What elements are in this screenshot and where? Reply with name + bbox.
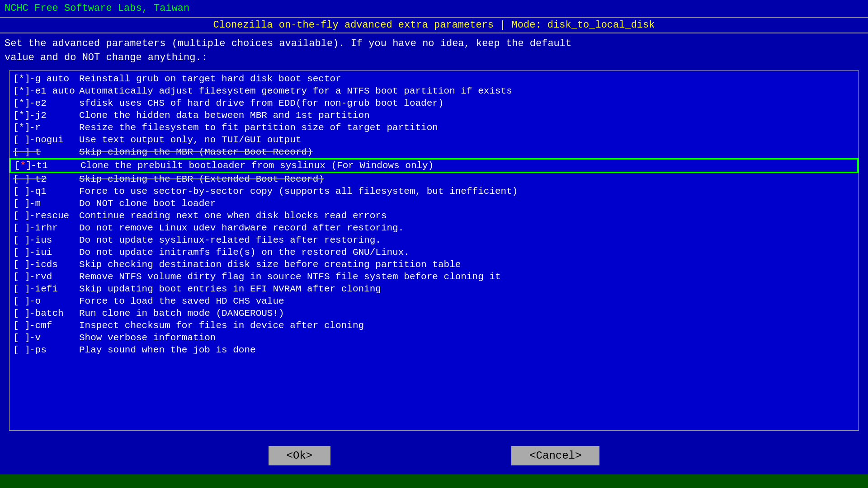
option-flag: -rvd	[29, 272, 79, 282]
option-desc: Continue reading next one when disk bloc…	[79, 211, 855, 221]
option-flag: -icds	[29, 259, 79, 270]
checkbox: [*]	[13, 122, 28, 133]
checkbox: [ ]	[13, 186, 28, 197]
option-desc: Skip checking destination disk size befo…	[79, 259, 855, 270]
option-desc: Clone the prebuilt bootloader from sysli…	[80, 160, 854, 171]
list-item[interactable]: [ ]-tSkip cloning the MBR (Master Boot R…	[9, 146, 859, 158]
option-desc: Remove NTFS volume dirty flag in source …	[79, 272, 855, 282]
option-flag: -nogui	[29, 135, 79, 145]
list-item[interactable]: [ ]-irhrDo not remove Linux udev hardwar…	[9, 222, 859, 234]
checkbox: [ ]	[13, 333, 28, 343]
list-item[interactable]: [ ]-rescueContinue reading next one when…	[9, 210, 859, 222]
option-desc: Use text output only, no TUI/GUI output	[79, 135, 855, 145]
option-flag: -t	[29, 147, 79, 157]
option-flag: -ius	[29, 235, 79, 245]
option-flag: -e1 auto	[29, 86, 79, 96]
list-item[interactable]: [ ]-cmfInspect checksum for files in dev…	[9, 319, 859, 332]
option-flag: -j2	[29, 110, 79, 121]
option-desc: Do not update syslinux-related files aft…	[79, 235, 855, 245]
list-item[interactable]: [ ]-psPlay sound when the job is done	[9, 344, 859, 356]
ok-button[interactable]: <Ok>	[269, 446, 331, 465]
option-desc: Reinstall grub on target hard disk boot …	[79, 74, 855, 84]
option-flag: -iui	[29, 247, 79, 258]
list-item[interactable]: [ ]-rvdRemove NTFS volume dirty flag in …	[9, 271, 859, 283]
checkbox: [ ]	[13, 272, 28, 282]
checkbox: [ ]	[13, 147, 28, 157]
option-desc: Skip cloning the EBR (Extended Boot Reco…	[79, 174, 855, 184]
checkbox: [*]	[13, 98, 28, 108]
list-item[interactable]: [ ]-q1Force to use sector-by-sector copy…	[9, 185, 859, 197]
option-flag: -t2	[29, 174, 79, 184]
checkbox: [ ]	[13, 247, 28, 258]
option-flag: -e2	[29, 98, 79, 108]
option-desc: Do NOT clone boot loader	[79, 198, 855, 209]
list-item[interactable]: [ ]-vShow verbose information	[9, 332, 859, 344]
app: NCHC Free Software Labs, Taiwan Clonezil…	[0, 0, 868, 488]
option-flag: -m	[29, 198, 79, 209]
checkbox: [ ]	[13, 345, 28, 355]
checkbox: [*]	[13, 74, 28, 84]
checkbox: [*]	[13, 110, 28, 121]
checkbox: [ ]	[13, 235, 28, 245]
option-flag: -v	[29, 333, 79, 343]
list-item[interactable]: [ ]-batchRun clone in batch mode (DANGER…	[9, 307, 859, 319]
option-desc: Force to use sector-by-sector copy (supp…	[79, 186, 855, 197]
list-item[interactable]: [*]-j2Clone the hidden data between MBR …	[9, 109, 859, 122]
checkbox: [ ]	[13, 308, 28, 319]
list-item[interactable]: [ ]-iuiDo not update initramfs file(s) o…	[9, 246, 859, 258]
list-item[interactable]: [ ]-iusDo not update syslinux-related fi…	[9, 234, 859, 246]
description-line2: value and do NOT change anything.:	[5, 51, 863, 65]
checkbox: [*]	[14, 160, 29, 171]
checkbox: [ ]	[13, 320, 28, 331]
list-item[interactable]: [*]-g autoReinstall grub on target hard …	[9, 73, 859, 85]
checkbox: [ ]	[13, 296, 28, 306]
bottom-bar	[0, 474, 868, 488]
option-flag: -cmf	[29, 320, 79, 331]
list-item[interactable]: [*]-e2sfdisk uses CHS of hard drive from…	[9, 97, 859, 109]
description: Set the advanced parameters (multiple ch…	[0, 33, 868, 69]
option-desc: Automatically adjust filesystem geometry…	[79, 86, 855, 96]
option-desc: Skip updating boot entries in EFI NVRAM …	[79, 284, 855, 294]
option-flag: -ps	[29, 345, 79, 355]
list-item[interactable]: [*]-t1Clone the prebuilt bootloader from…	[9, 158, 859, 173]
list-item[interactable]: [*]-rResize the filesystem to fit partit…	[9, 122, 859, 134]
checkbox: [ ]	[13, 174, 28, 184]
button-row: <Ok> <Cancel>	[0, 432, 868, 474]
option-flag: -t1	[31, 160, 80, 171]
option-desc: Skip cloning the MBR (Master Boot Record…	[79, 147, 855, 157]
list-item[interactable]: [ ]-t2Skip cloning the EBR (Extended Boo…	[9, 173, 859, 185]
list-item[interactable]: [ ]-noguiUse text output only, no TUI/GU…	[9, 134, 859, 146]
option-desc: Resize the filesystem to fit partition s…	[79, 122, 855, 133]
header-bar: Clonezilla on-the-fly advanced extra par…	[0, 17, 868, 33]
option-desc: Do not remove Linux udev hardware record…	[79, 223, 855, 233]
title-text: NCHC Free Software Labs, Taiwan	[5, 3, 189, 14]
list-item[interactable]: [ ]-oForce to load the saved HD CHS valu…	[9, 295, 859, 307]
option-flag: -r	[29, 122, 79, 133]
option-flag: -o	[29, 296, 79, 306]
checkbox: [ ]	[13, 198, 28, 209]
checkbox: [ ]	[13, 211, 28, 221]
option-desc: sfdisk uses CHS of hard drive from EDD(f…	[79, 98, 855, 108]
header-title: Clonezilla on-the-fly advanced extra par…	[213, 19, 655, 31]
checkbox: [ ]	[13, 259, 28, 270]
option-desc: Inspect checksum for files in device aft…	[79, 320, 855, 331]
option-desc: Show verbose information	[79, 333, 855, 343]
list-item[interactable]: [ ]-iefiSkip updating boot entries in EF…	[9, 283, 859, 295]
option-desc: Do not update initramfs file(s) on the r…	[79, 247, 855, 258]
option-desc: Run clone in batch mode (DANGEROUS!)	[79, 308, 855, 319]
list-item[interactable]: [ ]-mDo NOT clone boot loader	[9, 197, 859, 210]
checkbox: [ ]	[13, 223, 28, 233]
cancel-button[interactable]: <Cancel>	[511, 446, 599, 465]
option-flag: -batch	[29, 308, 79, 319]
option-flag: -q1	[29, 186, 79, 197]
option-desc: Clone the hidden data between MBR and 1s…	[79, 110, 855, 121]
list-item[interactable]: [*]-e1 autoAutomatically adjust filesyst…	[9, 85, 859, 97]
checkbox: [ ]	[13, 284, 28, 294]
option-desc: Play sound when the job is done	[79, 345, 855, 355]
list-item[interactable]: [ ]-icdsSkip checking destination disk s…	[9, 258, 859, 271]
options-list: [*]-g autoReinstall grub on target hard …	[9, 70, 859, 431]
option-flag: -iefi	[29, 284, 79, 294]
checkbox: [ ]	[13, 135, 28, 145]
option-desc: Force to load the saved HD CHS value	[79, 296, 855, 306]
checkbox: [*]	[13, 86, 28, 96]
